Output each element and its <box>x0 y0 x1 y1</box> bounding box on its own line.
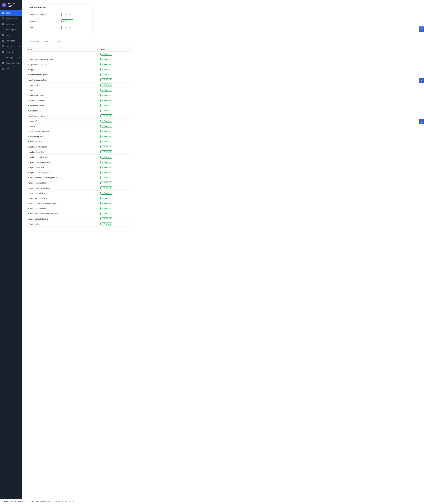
api-name: v1.rbac.authorization.k8s.io <box>26 129 99 134</box>
table-row: v1.admissionregistration.k8s.io✓ Availab… <box>26 57 132 62</box>
svg-rect-28 <box>2 51 3 52</box>
available-badge: ✓ Available <box>100 53 112 56</box>
tab-pods[interactable]: Pods <box>53 39 63 44</box>
svg-rect-13 <box>3 29 4 29</box>
api-name: v1.autoscaling <box>26 83 99 88</box>
table-row: v1beta3.policy.linkerd.io✓ Available <box>26 216 132 221</box>
sidebar-label-namespace: Namespace <box>6 29 20 31</box>
available-badge: ✓ Available <box>100 125 112 128</box>
api-status: ✓ Available <box>99 113 132 119</box>
sidebar-item-welcome[interactable]: welcome <box>0 21 22 27</box>
svg-rect-29 <box>3 51 4 52</box>
available-badge: ✓ Available <box>100 115 112 117</box>
available-badge: ✓ Available <box>100 68 112 71</box>
portforward-icon <box>2 17 4 19</box>
api-status: ✓ Available <box>99 196 132 201</box>
svg-rect-24 <box>2 45 3 46</box>
svg-rect-27 <box>3 47 4 47</box>
api-name: v1beta3.flowcontrol.apiserver.k8s.io <box>26 211 99 216</box>
api-name: v1.node.k8s.io <box>26 119 99 124</box>
available-badge: ✓ Available <box>100 217 112 220</box>
svg-rect-42 <box>2 69 3 70</box>
api-name: v1beta3.policy.linkerd.io <box>26 216 99 221</box>
svg-rect-18 <box>2 35 3 36</box>
svg-rect-25 <box>3 45 4 46</box>
table-row: v1.apiextensions.k8s.io✓ Available <box>26 62 132 67</box>
table-row: v1.storage.k8s.io✓ Available <box>26 139 132 144</box>
svg-rect-4 <box>2 18 3 18</box>
api-name: v1.batch <box>26 88 99 93</box>
api-status: ✓ Available <box>99 93 132 98</box>
error-message: An unhandled exception has occurred. See… <box>2 500 64 503</box>
available-badge: ✓ Available <box>100 166 112 169</box>
table-row: v1alpha1.telemetry.istio.io✓ Available <box>26 160 132 165</box>
table-row: v1.autoscaling✓ Available <box>26 83 132 88</box>
settings-button-1[interactable]: ⚙ <box>419 26 424 32</box>
api-status: ✓ Available <box>99 139 132 144</box>
svg-rect-20 <box>2 40 3 41</box>
table-row: v1.scheduling.k8s.io✓ Available <box>26 134 132 139</box>
reload-link[interactable]: Reload <box>65 500 71 503</box>
storage-icon <box>2 56 4 59</box>
sidebar-item-network[interactable]: Network› <box>0 49 22 55</box>
api-name: v1alpha1.linkerd.io <box>26 149 99 155</box>
table-row: v1.networking.k8s.io✓ Available <box>26 113 132 119</box>
settings-button-2[interactable]: ⚙ <box>419 78 424 83</box>
api-name: v1beta1.policy.linkerd.io <box>26 191 99 196</box>
table-row: v1alpha3.networking.istio.io✓ Available <box>26 170 132 175</box>
api-name: v1.events.k8s.io <box>26 108 99 113</box>
cluster-icon <box>2 12 4 14</box>
sidebar-item-node[interactable]: Node <box>0 32 22 38</box>
svg-rect-19 <box>3 35 4 36</box>
sidebar-item-config[interactable]: Config› <box>0 43 22 49</box>
tab-nodes[interactable]: Nodes <box>41 39 53 44</box>
available-badge: ✓ Available <box>100 84 112 86</box>
table-row: v1.events.k8s.io✓ Available <box>26 108 132 113</box>
status-badge: ✓ Healthy <box>61 13 73 16</box>
svg-rect-9 <box>3 23 4 24</box>
available-badge: ✓ Available <box>100 176 112 179</box>
sidebar-item-namespace[interactable]: Namespace <box>0 27 22 32</box>
sidebar-item-storage[interactable]: Storage› <box>0 55 22 60</box>
api-status-table: Name Status v1.✓ Availablev1.admissionre… <box>26 47 132 227</box>
available-badge: ✓ Available <box>100 151 112 153</box>
table-row: v1.rbac.authorization.k8s.io✓ Available <box>26 129 132 134</box>
api-status: ✓ Available <box>99 98 132 103</box>
available-badge: ✓ Available <box>100 207 112 210</box>
error-icon: 📋 <box>72 500 75 503</box>
table-row: v1.coordination.k8s.io✓ Available <box>26 98 132 103</box>
available-badge: ✓ Available <box>100 104 112 107</box>
available-badge: ✓ Available <box>100 109 112 112</box>
svg-rect-43 <box>3 69 4 70</box>
sidebar-item-accesscontrol[interactable]: AccessControl› <box>0 60 22 66</box>
accesscontrol-icon <box>2 62 4 64</box>
sidebar-item-workloads[interactable]: Workloads› <box>0 38 22 43</box>
available-badge: ✓ Available <box>100 120 112 122</box>
table-row: v2.autoscaling✓ Available <box>26 221 132 227</box>
settings-button-3[interactable]: ⚙ <box>419 119 424 124</box>
svg-rect-22 <box>2 41 3 42</box>
available-badge: ✓ Available <box>100 130 112 133</box>
api-name: v1beta1.gateway.networking.k8s.io <box>26 175 99 180</box>
table-row: v1.policy✓ Available <box>26 124 132 129</box>
table-row: v1beta1.metrics.k8s.io✓ Available <box>26 180 132 185</box>
available-badge: ✓ Available <box>100 78 112 81</box>
available-badge: ✓ Available <box>100 99 112 102</box>
workloads-icon <box>2 40 4 42</box>
sidebar-item-portforward[interactable]: PortForward <box>0 16 22 21</box>
sidebar-item-cluster[interactable]: Cluster <box>0 10 22 16</box>
api-name: v2.autoscaling <box>26 221 99 227</box>
error-bar: An unhandled exception has occurred. See… <box>0 499 424 504</box>
tab-api-status[interactable]: API Status <box>26 39 41 44</box>
available-badge: ✓ Available <box>100 73 112 76</box>
api-status: ✓ Available <box>99 62 132 67</box>
api-name: v1.admissionregistration.k8s.io <box>26 57 99 62</box>
sidebar-item-crd[interactable]: Crd <box>0 66 22 72</box>
component-name: controller-manager <box>30 13 59 16</box>
crd-icon <box>2 67 4 70</box>
api-status: ✓ Available <box>99 57 132 62</box>
sidebar-label-cluster: Cluster <box>6 12 20 14</box>
api-status: ✓ Available <box>99 119 132 124</box>
chevron-icon-network: › <box>19 51 20 53</box>
main-content: docker-desktop controller-manager✓ Healt… <box>22 0 424 504</box>
